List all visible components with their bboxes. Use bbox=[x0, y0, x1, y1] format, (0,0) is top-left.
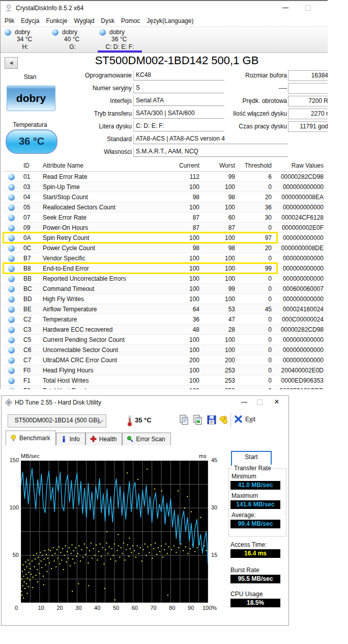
table-row[interactable]: 0CPower Cycle Count9898200000000008DE bbox=[3, 243, 327, 253]
cell-worst: 253 bbox=[202, 367, 238, 374]
cell-raw-values: 0000ED906353 bbox=[275, 377, 327, 384]
copy-icon[interactable] bbox=[179, 414, 190, 425]
table-row[interactable]: 05Reallocated Sectors Count1001003600000… bbox=[3, 202, 327, 212]
drive-status-text: dobry bbox=[62, 29, 77, 36]
table-row[interactable]: BCCommand Timeout100990000600060007 bbox=[3, 284, 327, 294]
error-scan-icon bbox=[127, 436, 133, 443]
drive-tab-G[interactable]: dobry40 °CG: bbox=[49, 27, 96, 52]
table-row[interactable]: C2Temperature36470000C00000024 bbox=[3, 314, 327, 325]
table-row[interactable]: F1Total Host Writes10025300000ED906353 bbox=[3, 375, 327, 386]
menu-item-funkcje[interactable]: Funkcje bbox=[46, 16, 72, 25]
table-row[interactable]: F2Total Host Reads10025300000F9128CDD bbox=[3, 386, 327, 389]
table-row[interactable]: BDHigh Fly Writes1001000000000000000 bbox=[3, 294, 327, 304]
cell-threshold: 0 bbox=[238, 357, 275, 364]
tab-error-scan[interactable]: Error Scan bbox=[122, 433, 170, 445]
health-orb-cell bbox=[3, 366, 20, 373]
x-tick-label: 90 bbox=[183, 605, 198, 611]
cell-current: 100 bbox=[167, 275, 202, 282]
cell-raw-values: 000000000000 bbox=[275, 357, 327, 364]
table-row[interactable]: 09Power-On Hours87870000000002E0F bbox=[3, 223, 327, 233]
menu-item-pomoc[interactable]: Pomoc bbox=[121, 16, 144, 25]
table-row[interactable]: F0Head Flying Hours1002530200400002E0D bbox=[3, 365, 327, 375]
table-row[interactable]: B7Vendor Specific1001000000000000000 bbox=[3, 253, 327, 263]
burst-rate-label: Burst Rate bbox=[230, 567, 259, 574]
drive-tab-H[interactable]: dobry34 °CH: bbox=[2, 27, 49, 52]
table-row[interactable]: 0ASpin Retry Count10010097000000000000 bbox=[3, 233, 327, 243]
table-row[interactable]: 04Start/Stop Count9898200000000008EA bbox=[3, 192, 327, 202]
table-row[interactable]: BBReported Uncorrectable Errors100100000… bbox=[3, 274, 327, 284]
drive-select-value: ST500DM002-1BD14 (500 GB) bbox=[15, 417, 100, 424]
health-orb-icon bbox=[8, 204, 15, 211]
menu-item-dysk[interactable]: Dysk bbox=[101, 16, 119, 25]
table-row[interactable]: BEAirflow Temperature645345000024160024 bbox=[3, 304, 327, 314]
cell-attribute-name: End-to-End Error bbox=[40, 265, 167, 272]
cell-id: 0A bbox=[20, 234, 40, 242]
menu-item-wygl-d[interactable]: Wygląd bbox=[74, 16, 99, 25]
y2-tick-label: 45 bbox=[211, 457, 223, 463]
y-axis-title: MB/sec bbox=[21, 453, 40, 459]
table-row[interactable]: B8End-to-End Error10010099000000000000 bbox=[3, 263, 327, 274]
table-row[interactable]: 03Spin-Up Time1001000000000000000 bbox=[3, 182, 327, 192]
cell-current: 64 bbox=[167, 306, 202, 313]
health-orb-cell bbox=[3, 203, 20, 210]
tab-info[interactable]: Info bbox=[56, 433, 85, 445]
drive-tab-CDEF[interactable]: dobry36 °CC: D: E: F: bbox=[96, 27, 143, 52]
cell-current: 100 bbox=[167, 234, 202, 242]
table-row[interactable]: 07Seek Error Rate876030000024CF6128 bbox=[3, 212, 327, 223]
average-label: Average: bbox=[231, 512, 256, 519]
health-orb-icon bbox=[8, 316, 15, 323]
cell-worst: 100 bbox=[202, 296, 238, 303]
column-header-ID: ID bbox=[20, 162, 40, 169]
maximize-button[interactable] bbox=[302, 3, 313, 12]
cell-raw-values: 000600060007 bbox=[275, 285, 327, 292]
cell-raw-values: 000000000000 bbox=[275, 234, 327, 242]
close-button[interactable]: ✕ bbox=[271, 397, 282, 407]
cell-raw-values: 000000000000 bbox=[275, 255, 327, 262]
table-row[interactable]: 01Read Error Rate11299600000282CD98 bbox=[3, 172, 327, 182]
menu-item-plik[interactable]: Plik bbox=[5, 16, 19, 25]
cell-raw-values: 000024CF6128 bbox=[275, 214, 327, 221]
cell-worst: 100 bbox=[202, 336, 238, 343]
table-row[interactable]: C6Uncorrectable Sector Count100100000000… bbox=[3, 345, 327, 355]
health-orb-icon bbox=[8, 367, 15, 374]
info-field-value: S.M.A.R.T., AAM, NCQ bbox=[133, 147, 288, 157]
save-icon[interactable] bbox=[206, 414, 217, 425]
tab-benchmark[interactable]: Benchmark bbox=[6, 431, 56, 446]
cell-threshold: 0 bbox=[238, 387, 275, 390]
cell-threshold: 0 bbox=[238, 316, 275, 323]
drive-letters: H: bbox=[2, 43, 49, 51]
minimize-button[interactable]: — bbox=[239, 397, 250, 407]
menu-bar: PlikEdycjaFunkcjeWyglądDyskPomocJęzyk(La… bbox=[1, 15, 328, 26]
health-orb-icon bbox=[8, 327, 15, 333]
options-icon[interactable] bbox=[218, 414, 229, 425]
copy-image-icon[interactable] bbox=[192, 414, 204, 425]
transfer-rate-legend: Transfer Rate bbox=[232, 465, 273, 472]
drive-select-dropdown[interactable]: ST500DM002-1BD14 (500 GB) bbox=[8, 414, 106, 427]
cell-threshold: 36 bbox=[238, 204, 275, 211]
cell-current: 100 bbox=[167, 183, 202, 191]
table-row[interactable]: C7UltraDMA CRC Error Count20020000000000… bbox=[3, 355, 327, 365]
cell-attribute-name: Uncorrectable Sector Count bbox=[40, 346, 167, 354]
cell-worst: 100 bbox=[202, 234, 238, 242]
drive-tab-status-row: dobry bbox=[2, 29, 49, 36]
health-orb-cell bbox=[3, 234, 20, 241]
menu-item-edycja[interactable]: Edycja bbox=[21, 16, 44, 25]
start-button[interactable]: Start bbox=[231, 451, 272, 466]
table-row[interactable]: C3Hardware ECC recovered4828000000282CD9… bbox=[3, 325, 327, 335]
back-button[interactable]: ◄ bbox=[5, 57, 18, 69]
cell-id: C5 bbox=[20, 336, 40, 343]
minimize-button[interactable]: — bbox=[280, 3, 291, 12]
cell-raw-values: 00000282CD98 bbox=[275, 326, 327, 333]
exit-button[interactable]: Exit bbox=[235, 415, 255, 423]
cell-attribute-name: Hardware ECC recovered bbox=[40, 326, 167, 333]
access-time-label: Access Time: bbox=[230, 541, 267, 548]
tab-health[interactable]: Health bbox=[85, 433, 123, 445]
menu-item-j-zyk-language-[interactable]: Język(Language) bbox=[147, 16, 198, 25]
maximize-button[interactable] bbox=[254, 397, 265, 407]
cell-attribute-name: Spin-Up Time bbox=[40, 183, 167, 191]
cell-worst: 100 bbox=[202, 275, 238, 282]
table-row[interactable]: C5Current Pending Sector Count1001000000… bbox=[3, 335, 327, 345]
cell-raw-values: 0000F9128CDD bbox=[275, 387, 327, 390]
health-orb-icon bbox=[8, 276, 15, 282]
cell-worst: 100 bbox=[202, 183, 238, 191]
